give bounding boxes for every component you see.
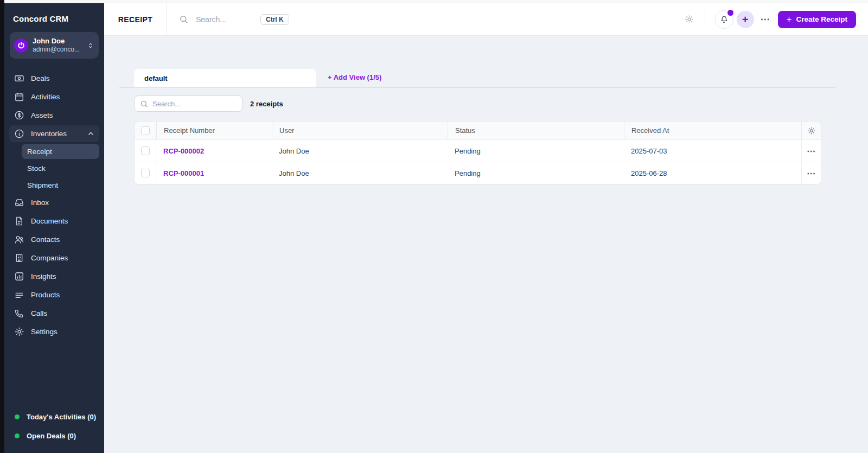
cell-received-at: 2025-06-28	[624, 169, 801, 177]
sidebar-subitem-shipment[interactable]: Shipment	[22, 177, 99, 193]
sidebar-item-products[interactable]: Products	[9, 286, 99, 303]
sidebar-footer: Today's Activities (0) Open Deals (0)	[4, 413, 104, 453]
column-header-status[interactable]: Status	[448, 122, 624, 139]
list-toolbar: 2 receipts	[134, 95, 835, 112]
banknote-icon	[14, 73, 24, 84]
ellipsis-icon: ⋯	[761, 14, 770, 24]
inbox-icon	[14, 197, 24, 208]
content-area: default + Add View (1/5) 2 receipts Rece…	[104, 36, 868, 453]
main-area: RECEIPT Search... Ctrl K + ⋯ + Create Re…	[104, 3, 868, 453]
sidebar-item-label: Insights	[31, 272, 56, 280]
sidebar: Concord CRM John Doe admin@conco... Deal…	[4, 3, 104, 453]
sidebar-item-label: Settings	[31, 328, 58, 336]
cell-user: John Doe	[272, 169, 448, 177]
building-icon	[14, 253, 24, 263]
bell-icon	[719, 15, 729, 24]
cell-status: Pending	[448, 169, 624, 177]
row-actions-button[interactable]: ⋯	[807, 146, 816, 156]
sidebar-item-label: Inventories	[31, 130, 67, 138]
open-deals-shortcut[interactable]: Open Deals (0)	[15, 432, 104, 440]
sidebar-item-documents[interactable]: Documents	[9, 213, 99, 229]
open-deals-label: Open Deals (0)	[27, 432, 76, 440]
sidebar-item-insights[interactable]: Insights	[9, 268, 99, 285]
bar-chart-icon	[14, 271, 24, 282]
sidebar-item-calls[interactable]: Calls	[9, 305, 99, 322]
app-logo: Concord CRM	[4, 3, 104, 23]
user-avatar	[14, 39, 28, 53]
column-header-received-at[interactable]: Received At	[624, 122, 801, 139]
sidebar-item-settings[interactable]: Settings	[9, 323, 99, 340]
table-search-input[interactable]	[134, 95, 242, 112]
sidebar-subitem-label: Stock	[27, 164, 46, 173]
global-search-placeholder: Search...	[196, 15, 253, 24]
sidebar-item-label: Contacts	[31, 235, 60, 244]
row-actions-button[interactable]: ⋯	[807, 168, 816, 178]
sidebar-item-contacts[interactable]: Contacts	[9, 231, 99, 248]
column-header-receipt-number[interactable]: Receipt Number	[156, 122, 272, 139]
sidebar-item-companies[interactable]: Companies	[9, 250, 99, 266]
receipt-link[interactable]: RCP-000001	[163, 169, 204, 177]
sidebar-item-label: Documents	[31, 217, 68, 225]
sidebar-item-activities[interactable]: Activities	[9, 88, 99, 105]
plus-icon: +	[787, 14, 792, 25]
receipt-link[interactable]: RCP-000002	[163, 147, 204, 155]
calendar-icon	[14, 92, 24, 102]
cell-user: John Doe	[272, 147, 448, 155]
top-appbar: RECEIPT Search... Ctrl K + ⋯ + Create Re…	[104, 3, 868, 36]
lines-icon	[14, 290, 24, 300]
add-view-button[interactable]: + Add View (1/5)	[328, 73, 381, 84]
green-dot-icon	[15, 414, 20, 419]
search-icon	[179, 15, 188, 24]
tab-default-view[interactable]: default	[134, 69, 316, 87]
sidebar-subitem-receipt[interactable]: Receipt	[22, 144, 99, 159]
sidebar-item-label: Products	[31, 291, 60, 299]
sidebar-subitem-stock[interactable]: Stock	[22, 161, 99, 176]
column-header-user[interactable]: User	[272, 122, 448, 139]
table-row[interactable]: RCP-000001 John Doe Pending 2025-06-28 ⋯	[135, 162, 821, 184]
sidebar-item-label: Activities	[31, 93, 60, 101]
users-icon	[14, 234, 24, 245]
page-title: RECEIPT	[118, 15, 152, 24]
view-tabs: default + Add View (1/5)	[119, 69, 835, 88]
sidebar-item-label: Assets	[31, 111, 53, 119]
appbar-more-button[interactable]: ⋯	[761, 14, 770, 25]
sidebar-item-label: Companies	[31, 254, 68, 262]
table-row[interactable]: RCP-000002 John Doe Pending 2025-07-03 ⋯	[135, 139, 821, 162]
sidebar-nav: Deals Activities Assets Inventories Rece…	[4, 68, 104, 413]
sidebar-item-inventories[interactable]: Inventories	[9, 125, 99, 142]
sidebar-item-assets[interactable]: Assets	[9, 107, 99, 124]
sidebar-item-label: Inbox	[31, 199, 49, 207]
sidebar-subitem-label: Shipment	[27, 181, 58, 189]
user-menu[interactable]: John Doe admin@conco...	[10, 32, 99, 59]
green-dot-icon	[15, 433, 20, 438]
quick-create-button[interactable]: +	[737, 11, 754, 28]
window-edge	[0, 0, 4, 453]
global-search[interactable]: Search... Ctrl K	[179, 14, 289, 25]
sidebar-item-deals[interactable]: Deals	[9, 70, 99, 87]
select-all-checkbox[interactable]	[141, 126, 150, 135]
chevron-up-icon	[87, 130, 94, 137]
sidebar-subitem-label: Receipt	[27, 148, 52, 156]
notifications-button[interactable]	[715, 10, 733, 29]
create-receipt-button[interactable]: + Create Receipt	[778, 11, 856, 28]
dollar-circle-icon	[14, 110, 24, 120]
info-circle-icon	[14, 129, 24, 139]
sidebar-item-inbox[interactable]: Inbox	[9, 194, 99, 211]
chevron-up-down-icon	[87, 42, 94, 49]
sidebar-item-label: Calls	[31, 309, 47, 317]
create-receipt-label: Create Receipt	[796, 15, 847, 23]
gear-icon	[14, 327, 24, 337]
user-email: admin@conco...	[33, 46, 82, 54]
record-count: 2 receipts	[250, 100, 283, 108]
window-top-strip	[4, 0, 868, 3]
row-checkbox[interactable]	[141, 146, 150, 155]
theme-toggle-button[interactable]	[685, 15, 694, 24]
receipts-table: Receipt Number User Status Received At R…	[134, 121, 821, 184]
table-settings-button[interactable]	[807, 126, 816, 135]
notification-badge	[727, 10, 733, 16]
document-icon	[14, 216, 24, 226]
table-search-field[interactable]	[152, 100, 237, 108]
row-checkbox[interactable]	[141, 169, 150, 177]
todays-activities-shortcut[interactable]: Today's Activities (0)	[15, 413, 104, 421]
power-icon	[17, 41, 25, 50]
